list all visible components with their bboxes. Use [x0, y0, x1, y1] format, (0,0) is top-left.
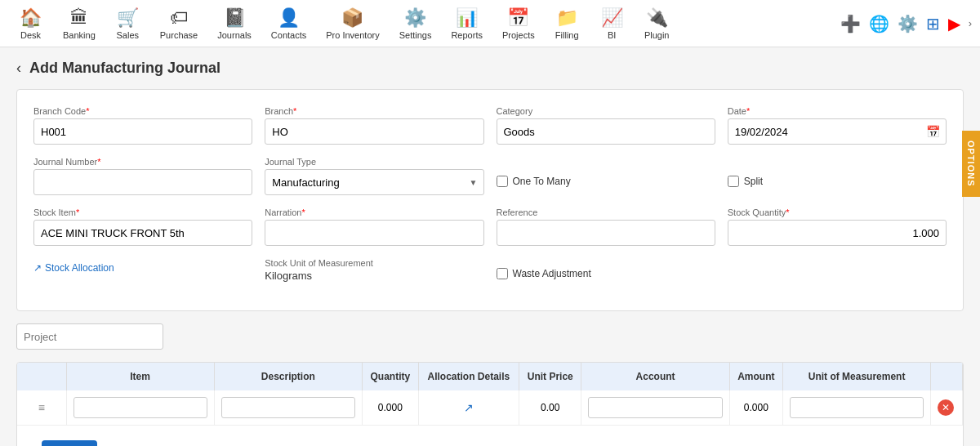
journal-type-group: Journal Type Manufacturing ▼ [265, 157, 483, 195]
drag-handle[interactable]: ≡ [17, 390, 66, 426]
spacer-label2 [728, 157, 947, 167]
add-line-button[interactable]: ⊕ LINE [42, 440, 97, 446]
stock-item-label: Stock Item* [33, 207, 252, 217]
nav-settings-label: Settings [399, 30, 432, 40]
nav-item-contacts[interactable]: Contacts [261, 2, 316, 45]
nav-proinv-label: Pro Inventory [326, 30, 379, 40]
calendar-icon[interactable]: 📅 [926, 125, 940, 138]
reference-input[interactable] [497, 220, 715, 246]
nav-item-banking[interactable]: Banking [53, 2, 105, 45]
bi-icon [601, 7, 623, 29]
narration-input[interactable] [265, 220, 483, 246]
table-row: ≡ 0.000 ↗ 0.00 0.000 ✕ [17, 390, 963, 426]
nav-item-purchase[interactable]: Purchase [150, 2, 207, 45]
nav-item-desk[interactable]: Desk [8, 2, 53, 45]
top-navigation: Desk Banking Sales Purchase Journals Con… [0, 0, 980, 47]
category-label: Category [497, 106, 715, 116]
nav-banking-label: Banking [63, 30, 96, 40]
youtube-icon[interactable]: ▶ [948, 14, 960, 33]
nav-item-filling[interactable]: Filling [545, 2, 590, 45]
col-item: Item [66, 363, 214, 390]
cell-remove[interactable]: ✕ [931, 390, 963, 426]
col-drag [17, 363, 66, 390]
waste-adjustment-checkbox[interactable] [497, 268, 508, 279]
one-to-many-label: One To Many [513, 176, 571, 187]
nav-journals-label: Journals [217, 30, 252, 40]
banking-icon [70, 7, 88, 29]
journal-number-label: Journal Number* [33, 157, 252, 167]
col-allocation: Allocation Details [418, 363, 519, 390]
nav-item-reports[interactable]: Reports [441, 2, 492, 45]
gear-icon[interactable]: ⚙️ [898, 14, 918, 33]
branch-label: Branch* [265, 106, 483, 116]
reference-group: Reference [497, 207, 715, 246]
cell-uom[interactable] [782, 390, 930, 426]
narration-group: Narration* [265, 207, 483, 246]
nav-item-bi[interactable]: BI [590, 2, 635, 45]
journal-type-select[interactable]: Manufacturing [265, 169, 483, 195]
cell-item[interactable] [66, 390, 214, 426]
date-group: Date* 📅 [728, 106, 947, 145]
description-input[interactable] [221, 397, 355, 418]
cell-account[interactable] [581, 390, 729, 426]
stock-allocation-group: ↗ Stock Allocation [33, 258, 252, 274]
nav-item-proinventory[interactable]: Pro Inventory [316, 2, 389, 45]
cell-unit-price: 0.00 [519, 390, 581, 426]
form-row-4: ↗ Stock Allocation Stock Unit of Measure… [33, 258, 947, 282]
allocation-details-link[interactable]: ↗ [464, 401, 474, 414]
nav-item-plugin[interactable]: Plugin [635, 2, 679, 45]
cell-description[interactable] [214, 390, 362, 426]
external-link-icon: ↗ [33, 262, 42, 274]
page-header: ‹ Add Manufacturing Journal [16, 60, 964, 77]
branch-input[interactable] [265, 118, 483, 145]
form-row-2: Journal Number* Journal Type Manufacturi… [33, 157, 947, 195]
stock-quantity-input[interactable] [728, 220, 947, 246]
nav-reports-label: Reports [451, 30, 483, 40]
stock-allocation-link[interactable]: ↗ Stock Allocation [33, 262, 252, 274]
reference-label: Reference [497, 207, 715, 217]
add-icon[interactable]: ➕ [840, 14, 861, 33]
branch-code-input[interactable] [33, 118, 252, 145]
col-description: Description [214, 363, 362, 390]
uom-input[interactable] [790, 397, 924, 418]
one-to-many-checkbox[interactable] [497, 176, 508, 187]
branch-code-group: Branch Code* [33, 106, 252, 145]
nav-item-settings[interactable]: Settings [390, 2, 442, 45]
stock-allocation-label: Stock Allocation [45, 262, 114, 274]
table-header-row: Item Description Quantity Allocation Det… [17, 363, 963, 390]
col-unit-price: Unit Price [519, 363, 581, 390]
back-button[interactable]: ‹ [16, 60, 21, 77]
globe-icon[interactable]: 🌐 [869, 14, 889, 33]
col-account: Account [581, 363, 729, 390]
nav-items: Desk Banking Sales Purchase Journals Con… [8, 2, 840, 45]
nav-expand-arrow[interactable]: › [969, 17, 972, 29]
reports-icon [456, 7, 478, 29]
project-input[interactable] [16, 323, 163, 350]
journals-icon [224, 7, 246, 29]
project-section [16, 323, 964, 350]
nav-item-projects[interactable]: Projects [492, 2, 545, 45]
item-input[interactable] [74, 397, 207, 418]
spacer-label [497, 157, 715, 167]
journal-type-label: Journal Type [265, 157, 483, 167]
category-input[interactable] [497, 118, 715, 145]
nav-sales-label: Sales [117, 30, 140, 40]
sales-icon [117, 7, 139, 29]
options-sidebar[interactable]: OPTIONS [962, 131, 980, 197]
date-input[interactable] [728, 118, 947, 145]
plugin-icon [646, 7, 668, 29]
account-input[interactable] [588, 397, 722, 418]
nav-item-journals[interactable]: Journals [207, 2, 261, 45]
stock-item-input[interactable] [33, 220, 252, 246]
nav-item-sales[interactable]: Sales [105, 2, 150, 45]
cell-allocation[interactable]: ↗ [418, 390, 519, 426]
split-checkbox[interactable] [728, 176, 739, 187]
form-row-3: Stock Item* Narration* Reference Stock Q… [33, 207, 947, 246]
table-section: Item Description Quantity Allocation Det… [16, 362, 964, 446]
journal-number-input[interactable] [33, 169, 252, 195]
filling-icon [556, 7, 578, 29]
remove-row-button[interactable]: ✕ [938, 399, 954, 416]
projects-icon [507, 7, 529, 29]
split-group: Split [728, 157, 947, 195]
grid-icon[interactable]: ⊞ [926, 14, 940, 33]
